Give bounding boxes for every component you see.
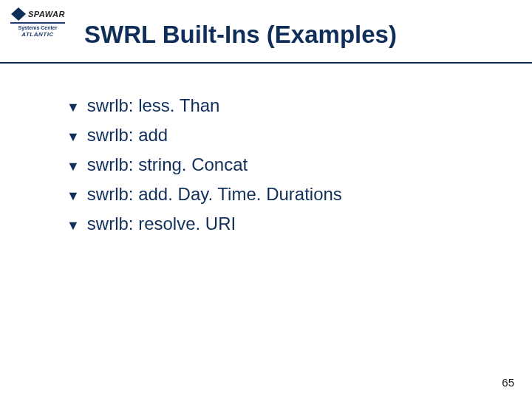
list-item: ▼ swrlb: add: [66, 126, 342, 146]
bullet-icon: ▼: [66, 98, 80, 117]
bullet-text: swrlb: add: [87, 126, 168, 145]
bullet-icon: ▼: [66, 216, 80, 235]
bullet-list: ▼ swrlb: less. Than ▼ swrlb: add ▼ swrlb…: [66, 96, 342, 244]
bullet-text: swrlb: resolve. URI: [87, 214, 236, 233]
logo-divider: [10, 22, 65, 24]
page-number: 65: [502, 376, 514, 389]
list-item: ▼ swrlb: string. Concat: [66, 155, 342, 176]
list-item: ▼ swrlb: add. Day. Time. Durations: [66, 185, 342, 205]
list-item: ▼ swrlb: resolve. URI: [66, 214, 342, 235]
title-underline: [0, 62, 532, 64]
logo-subtext-2: ATLANTIC: [10, 31, 65, 38]
slide-title: SWRL Built-Ins (Examples): [84, 21, 397, 49]
list-item: ▼ swrlb: less. Than: [66, 96, 342, 117]
bullet-icon: ▼: [66, 186, 80, 205]
logo-mark-icon: [10, 7, 27, 21]
spawar-logo: SPAWAR Systems Center ATLANTIC: [10, 7, 65, 38]
bullet-text: swrlb: less. Than: [87, 96, 220, 115]
logo-top-row: SPAWAR: [10, 7, 65, 21]
bullet-icon: ▼: [66, 157, 80, 176]
bullet-icon: ▼: [66, 127, 80, 146]
logo-wordmark: SPAWAR: [28, 10, 65, 18]
bullet-text: swrlb: add. Day. Time. Durations: [87, 185, 342, 204]
slide: SPAWAR Systems Center ATLANTIC SWRL Buil…: [0, 0, 532, 399]
logo-subtext-1: Systems Center: [10, 25, 65, 31]
bullet-text: swrlb: string. Concat: [87, 155, 248, 174]
